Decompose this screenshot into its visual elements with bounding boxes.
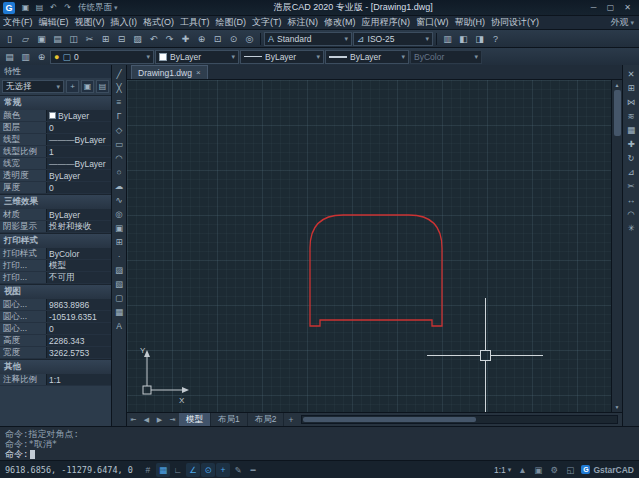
section-header[interactable]: 常规 <box>0 95 111 110</box>
cut-icon[interactable]: ✂ <box>82 31 97 46</box>
close-button[interactable]: ✕ <box>619 1 636 14</box>
make-layer-current-icon[interactable]: ⊕ <box>34 49 49 64</box>
add-layout-button[interactable]: + <box>284 415 297 425</box>
construction-line-icon[interactable]: ╳ <box>113 81 126 94</box>
text-icon[interactable]: A <box>113 319 126 332</box>
snap-toggle[interactable]: # <box>141 463 155 477</box>
menu-item[interactable]: 插入(I) <box>108 16 141 30</box>
circle-icon[interactable]: ○ <box>113 165 126 178</box>
redo-icon[interactable]: ↷ <box>162 31 177 46</box>
dyn-toggle[interactable]: ✎ <box>231 463 245 477</box>
document-tab[interactable]: Drawing1.dwg × <box>131 65 208 79</box>
rotate-icon[interactable]: ↻ <box>625 151 638 164</box>
multiline-icon[interactable]: ≡ <box>113 95 126 108</box>
hatch-icon[interactable]: ▨ <box>113 263 126 276</box>
vertical-scroll-thumb[interactable] <box>614 90 621 136</box>
layout-tab[interactable]: 布局1 <box>211 413 248 426</box>
layout-tab[interactable]: 布局2 <box>248 413 285 426</box>
table-icon[interactable]: ▦ <box>113 305 126 318</box>
arc-icon[interactable]: ◠ <box>113 151 126 164</box>
menu-item[interactable]: 窗口(W) <box>413 16 452 30</box>
fillet-icon[interactable]: ◠ <box>625 207 638 220</box>
trim-icon[interactable]: ✂ <box>625 179 638 192</box>
print-icon[interactable]: ▤ <box>33 1 46 14</box>
copy-clip-icon[interactable]: ⊞ <box>98 31 113 46</box>
menu-item[interactable]: 视图(V) <box>72 16 108 30</box>
spline-icon[interactable]: ∿ <box>113 193 126 206</box>
plot-icon[interactable]: ▤ <box>50 31 65 46</box>
section-header[interactable]: 三维效果 <box>0 194 111 209</box>
property-row[interactable]: 注释比例 1:1 <box>0 374 111 386</box>
menu-item[interactable]: 绘图(D) <box>213 16 250 30</box>
app-logo[interactable]: G <box>3 2 15 14</box>
menu-item[interactable]: 帮助(H) <box>452 16 489 30</box>
clean-screen-icon[interactable]: ◱ <box>563 463 577 477</box>
horizontal-scrollbar[interactable] <box>301 415 618 424</box>
appearance-menu[interactable]: 外观▾ <box>605 16 639 29</box>
open-file-icon[interactable]: ▱ <box>18 31 33 46</box>
property-row[interactable]: 线型 ———ByLayer <box>0 134 111 146</box>
gradient-icon[interactable]: ▧ <box>113 277 126 290</box>
match-properties-icon[interactable]: ▨ <box>130 31 145 46</box>
ortho-toggle[interactable]: ∟ <box>171 463 185 477</box>
dim-style-combo[interactable]: ⊿ ISO-25 ▾ <box>353 32 433 46</box>
menu-item[interactable]: 文件(F) <box>0 16 36 30</box>
zoom-window-icon[interactable]: ⊡ <box>210 31 225 46</box>
explode-icon[interactable]: ✳ <box>625 221 638 234</box>
scale-icon[interactable]: ⊿ <box>625 165 638 178</box>
pan-icon[interactable]: ✚ <box>178 31 193 46</box>
revision-cloud-icon[interactable]: ☁ <box>113 179 126 192</box>
property-row[interactable]: 打印... 模型 <box>0 260 111 272</box>
erase-icon[interactable]: ✕ <box>625 67 638 80</box>
property-row[interactable]: 透明度 ByLayer <box>0 170 111 182</box>
polygon-icon[interactable]: ◇ <box>113 123 126 136</box>
drawing-canvas[interactable]: Y X <box>127 80 611 412</box>
layer-properties-icon[interactable]: ▤ <box>2 49 17 64</box>
autoscale-icon[interactable]: ▣ <box>531 463 545 477</box>
text-style-combo[interactable]: A Standard ▾ <box>264 32 352 46</box>
selection-combo[interactable]: 无选择 ▾ <box>2 80 64 93</box>
property-row[interactable]: 打印... 不可用 <box>0 272 111 284</box>
zoom-realtime-icon[interactable]: ⊕ <box>194 31 209 46</box>
offset-icon[interactable]: ≋ <box>625 109 638 122</box>
close-tab-icon[interactable]: × <box>196 68 201 77</box>
menu-item[interactable]: 文字(T) <box>249 16 285 30</box>
minimize-button[interactable]: ─ <box>585 1 602 14</box>
property-row[interactable]: 圆心... 0 <box>0 323 111 335</box>
section-header[interactable]: 打印样式 <box>0 233 111 248</box>
properties-palette-icon[interactable]: ▥ <box>440 31 455 46</box>
rectangle-icon[interactable]: ▭ <box>113 137 126 150</box>
osnap-toggle[interactable]: ⊙ <box>201 463 215 477</box>
menu-item[interactable]: 应用程序(N) <box>359 16 414 30</box>
undo-icon[interactable]: ↶ <box>146 31 161 46</box>
horizontal-scroll-thumb[interactable] <box>303 417 476 422</box>
menu-item[interactable]: 修改(M) <box>321 16 359 30</box>
scroll-down-icon[interactable]: ▼ <box>612 402 622 412</box>
section-header[interactable]: 其他 <box>0 359 111 374</box>
property-row[interactable]: 材质 ByLayer <box>0 209 111 221</box>
save-icon[interactable]: ▣ <box>34 31 49 46</box>
mirror-icon[interactable]: ⋈ <box>625 95 638 108</box>
property-row[interactable]: 颜色 ByLayer <box>0 110 111 122</box>
workspace-switcher[interactable]: 传统界面▾ <box>78 2 118 14</box>
design-center-icon[interactable]: ◧ <box>456 31 471 46</box>
redo-icon[interactable]: ↷ <box>61 1 74 14</box>
property-row[interactable]: 线宽 ———ByLayer <box>0 158 111 170</box>
lineweight-toggle[interactable]: ━ <box>246 463 260 477</box>
select-objects-button[interactable]: ▣ <box>81 80 94 93</box>
help-icon[interactable]: ? <box>488 31 503 46</box>
command-prompt-line[interactable]: 命令: <box>5 449 634 459</box>
scroll-up-icon[interactable]: ▲ <box>612 80 622 90</box>
toggle-pickadd-button[interactable]: + <box>66 80 79 93</box>
zoom-extents-icon[interactable]: ◎ <box>242 31 257 46</box>
insert-block-icon[interactable]: ▣ <box>113 221 126 234</box>
point-icon[interactable]: ∙ <box>113 249 126 262</box>
polar-toggle[interactable]: ∠ <box>186 463 200 477</box>
property-row[interactable]: 圆心... -10519.6351 <box>0 311 111 323</box>
paste-icon[interactable]: ⊟ <box>114 31 129 46</box>
menu-item[interactable]: 标注(N) <box>285 16 322 30</box>
layer-combo[interactable]: ● ▢ 0 ▾ <box>50 50 154 64</box>
quick-select-button[interactable]: ▤ <box>96 80 109 93</box>
undo-icon[interactable]: ↶ <box>47 1 60 14</box>
last-tab-button[interactable]: ⇥ <box>166 413 179 426</box>
